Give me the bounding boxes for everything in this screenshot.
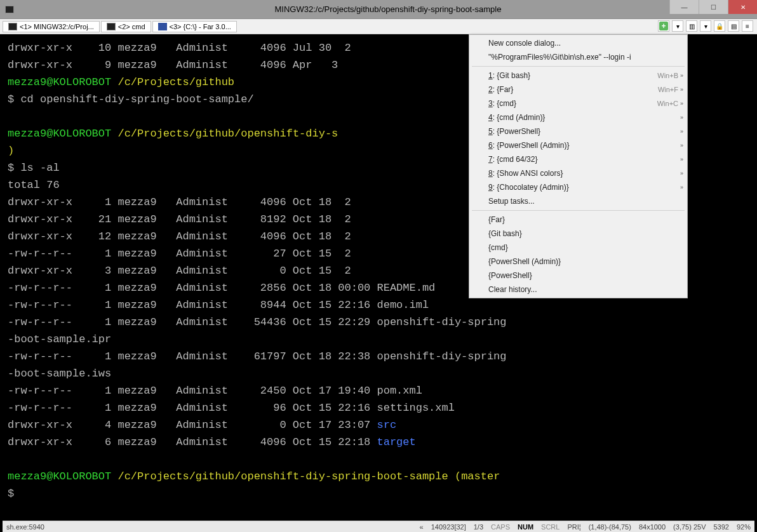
menu-item[interactable]: 2: {Far}Win+F» [469,83,687,96]
view-icon[interactable]: ▤ [728,20,739,32]
menu-item[interactable]: {Git bash} [469,227,687,241]
status-id: 140923[32] [431,523,466,531]
menu-item[interactable]: 6: {PowerShell (Admin)}» [469,138,687,152]
menu-item[interactable]: {Far} [469,213,687,227]
maximize-button[interactable]: ☐ [699,0,728,14]
menu-item[interactable]: 8: {Show ANSI colors}» [469,166,687,180]
tab-label: <3> {C:\} - Far 3.0... [170,23,231,30]
menu-item-label: 1: {Git bash} [488,71,530,80]
menu-item-label: {cmd} [488,243,508,252]
menu-item[interactable]: {PowerShell (Admin)} [469,255,687,269]
toolbar-right: + ▾ ▥ ▾ 🔒 ▤ ≡ [658,20,753,32]
new-tab-button[interactable]: + [658,20,669,32]
menu-item-label: "%ProgramFiles%\Git\bin\sh.exe" --login … [488,53,631,62]
num-indicator: NUM [518,523,533,531]
menu-item-label: 3: {cmd} [488,99,516,108]
menu-item[interactable]: {cmd} [469,241,687,255]
menu-separator [472,210,685,211]
submenu-arrow-icon: » [680,72,683,79]
terminal-line: $ [8,485,749,502]
menu-item[interactable]: 9: {Chocolatey (Admin)}» [469,180,687,194]
menu-item-label: {Git bash} [488,229,522,238]
app-icon [0,0,19,19]
terminal-line: mezza9@KOLOROBOT /c/Projects/github/open… [8,468,749,485]
terminal-line: -rw-r--r-- 1 mezza9 Administ 8944 Oct 15… [8,296,749,314]
status-pos: 1/3 [474,523,483,531]
menu-item-label: {PowerShell (Admin)} [488,257,561,266]
menu-separator [472,66,685,67]
status-scroll: « [420,523,424,531]
submenu-arrow-icon: » [680,142,683,149]
terminal-line: -rw-r--r-- 1 mezza9 Administ 54436 Oct 1… [8,314,749,331]
menu-item[interactable]: New console dialog... [469,36,687,50]
submenu-arrow-icon: » [680,170,683,176]
menu-item[interactable]: 4: {cmd (Admin)}» [469,110,687,124]
menu-item[interactable]: 1: {Git bash}Win+B» [469,69,687,83]
menu-icon[interactable]: ≡ [742,20,753,32]
menu-item[interactable]: 5: {PowerShell}» [469,124,687,138]
menu-item[interactable]: Setup tasks... [469,194,687,208]
close-button[interactable]: ✕ [728,0,757,14]
menu-item-label: 7: {cmd 64/32} [488,155,537,164]
submenu-arrow-icon: » [680,86,683,93]
menu-item-label: 6: {PowerShell (Admin)} [488,141,569,150]
status-mem: 5392 [713,523,728,531]
terminal-line: -rw-r--r-- 1 mezza9 Administ 61797 Oct 1… [8,348,749,365]
menu-item-label: {PowerShell} [488,271,532,280]
new-tab-dropdown[interactable]: ▾ [672,20,683,32]
submenu-arrow-icon: » [680,114,683,121]
submenu-arrow-icon: » [680,128,683,135]
terminal-line: drwxr-xr-x 6 mezza9 Administ 4096 Oct 15… [8,434,749,451]
terminal-line: -boot-sample.iws [8,365,749,382]
menu-item[interactable]: "%ProgramFiles%\Git\bin\sh.exe" --login … [469,50,687,64]
menu-item-label: 8: {Show ANSI colors} [488,169,563,178]
minimize-button[interactable]: — [669,0,699,14]
status-pct: 92% [737,523,751,531]
tab-label: <1> MINGW32:/c/Proj... [20,23,94,30]
tab-1[interactable]: <2> cmd [101,21,151,32]
menu-shortcut: Win+C [657,100,681,107]
pri-indicator: PRI¦ [567,523,580,531]
tab-bar: <1> MINGW32:/c/Proj...<2> cmd<3> {C:\} -… [0,19,757,34]
tab-2[interactable]: <3> {C:\} - Far 3.0... [152,21,237,32]
submenu-arrow-icon: » [680,184,683,190]
menu-item[interactable]: {PowerShell} [469,269,687,283]
terminal-line: drwxr-xr-x 4 mezza9 Administ 0 Oct 17 23… [8,416,749,434]
menu-shortcut: Win+B [657,72,681,79]
menu-item-label: {Far} [488,215,505,224]
term-icon [8,23,17,30]
menu-item-label: Clear history... [488,285,537,294]
menu-item-label: 5: {PowerShell} [488,127,540,136]
caps-indicator: CAPS [491,523,510,531]
term-icon [107,23,116,30]
menu-item[interactable]: 3: {cmd}Win+C» [469,96,687,110]
menu-item-label: New console dialog... [488,39,561,48]
submenu-arrow-icon: » [680,100,683,107]
terminal-line [8,451,749,468]
process-label: sh.exe:5940 [6,523,44,531]
menu-item[interactable]: Clear history... [469,283,687,296]
split-button[interactable]: ▥ [686,20,697,32]
titlebar: MINGW32:/c/Projects/github/openshift-diy… [0,0,757,19]
tab-0[interactable]: <1> MINGW32:/c/Proj... [3,21,100,32]
split-dropdown[interactable]: ▾ [700,20,711,32]
new-console-menu: New console dialog..."%ProgramFiles%\Git… [469,34,688,298]
menu-item-label: 9: {Chocolatey (Admin)} [488,183,569,192]
status-coord2: (3,75) 25V [673,523,706,531]
menu-item[interactable]: 7: {cmd 64/32}» [469,152,687,166]
far-icon [158,23,167,30]
menu-item-label: Setup tasks... [488,197,535,206]
scrl-indicator: SCRL [541,523,559,531]
terminal-line: -rw-r--r-- 1 mezza9 Administ 2450 Oct 17… [8,382,749,399]
window-controls: — ☐ ✕ [669,0,757,14]
status-dim: 84x1000 [639,523,666,531]
status-coord1: (1,48)-(84,75) [589,523,631,531]
tab-label: <2> cmd [118,23,145,30]
submenu-arrow-icon: » [680,156,683,163]
terminal-line: -rw-r--r-- 1 mezza9 Administ 96 Oct 15 2… [8,399,749,416]
lock-icon[interactable]: 🔒 [714,20,725,32]
menu-item-label: 4: {cmd (Admin)} [488,113,545,122]
menu-shortcut: Win+F [658,86,681,93]
menu-item-label: 2: {Far} [488,85,513,94]
terminal-line: -boot-sample.ipr [8,331,749,348]
